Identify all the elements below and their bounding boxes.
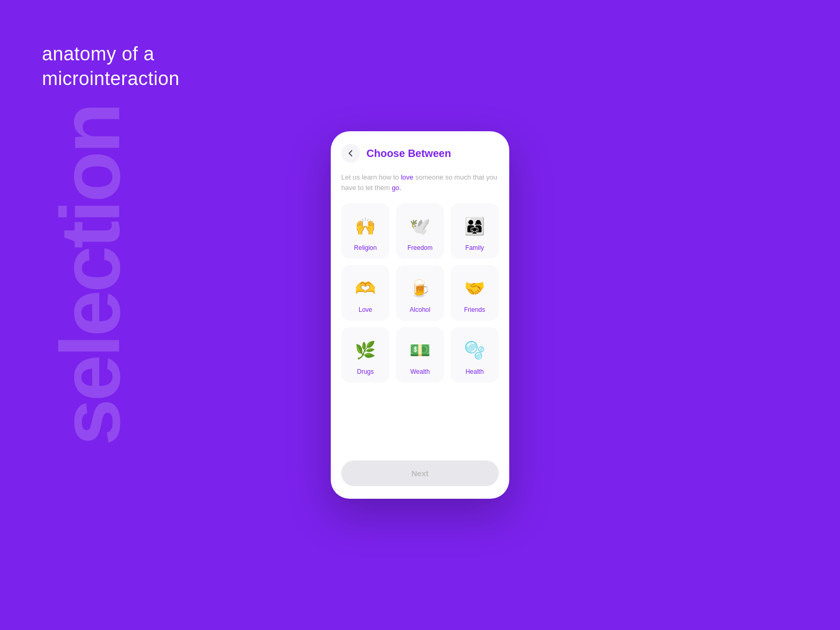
label-wealth: Wealth bbox=[410, 368, 429, 375]
icon-friends: 🤝 bbox=[461, 275, 488, 302]
label-family: Family bbox=[465, 244, 484, 251]
subtitle: Let us learn how to love someone so much… bbox=[341, 172, 499, 193]
options-grid: 🙌Religion🕊️Freedom👨‍👩‍👧Family🫶Love🍺Alcoh… bbox=[341, 203, 499, 383]
card-love[interactable]: 🫶Love bbox=[341, 265, 390, 321]
subtitle-go: go. bbox=[392, 184, 401, 192]
icon-health: 🫧 bbox=[461, 337, 488, 364]
card-religion[interactable]: 🙌Religion bbox=[341, 203, 390, 259]
card-freedom[interactable]: 🕊️Freedom bbox=[396, 203, 444, 259]
icon-religion: 🙌 bbox=[352, 213, 379, 240]
card-alcohol[interactable]: 🍺Alcohol bbox=[396, 265, 444, 321]
icon-wealth: 💵 bbox=[406, 337, 434, 364]
icon-family: 👨‍👩‍👧 bbox=[461, 213, 488, 240]
label-friends: Friends bbox=[464, 306, 485, 313]
label-religion: Religion bbox=[354, 244, 376, 251]
label-health: Health bbox=[466, 368, 484, 375]
label-freedom: Freedom bbox=[407, 244, 433, 251]
background-watermark: selection bbox=[42, 105, 139, 446]
label-love: Love bbox=[359, 306, 372, 313]
subtitle-love: love bbox=[401, 173, 413, 181]
card-health[interactable]: 🫧Health bbox=[450, 327, 499, 383]
icon-love: 🫶 bbox=[352, 275, 379, 302]
label-drugs: Drugs bbox=[357, 368, 374, 375]
icon-alcohol: 🍺 bbox=[406, 275, 434, 302]
card-drugs[interactable]: 🌿Drugs bbox=[341, 327, 390, 383]
phone-card: Choose Between Let us learn how to love … bbox=[331, 131, 509, 499]
card-wealth[interactable]: 💵Wealth bbox=[396, 327, 444, 383]
next-button[interactable]: Next bbox=[341, 460, 499, 486]
header-row: Choose Between bbox=[341, 144, 499, 163]
icon-freedom: 🕊️ bbox=[406, 213, 434, 240]
card-family[interactable]: 👨‍👩‍👧Family bbox=[450, 203, 499, 259]
back-icon bbox=[347, 150, 354, 157]
card-friends[interactable]: 🤝Friends bbox=[450, 265, 499, 321]
page-title: Choose Between bbox=[366, 148, 451, 160]
back-button[interactable] bbox=[341, 144, 360, 163]
background-heading: anatomy of a microinteraction bbox=[42, 42, 180, 91]
label-alcohol: Alcohol bbox=[410, 306, 430, 313]
icon-drugs: 🌿 bbox=[352, 337, 379, 364]
